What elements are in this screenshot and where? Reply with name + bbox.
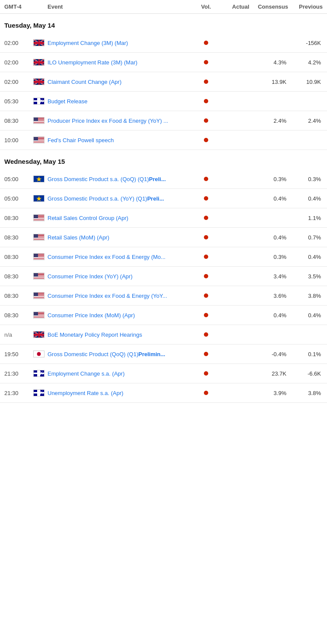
event-row[interactable]: 05:00Gross Domestic Product s.a. (YoY) (… [0,189,327,208]
event-flag [30,253,48,260]
flag-us-icon [33,292,44,299]
volatility-dot-icon [204,293,208,298]
volatility-dot-icon [204,274,208,278]
event-row[interactable]: 08:30Producer Price Index ex Food & Ener… [0,111,327,131]
event-name[interactable]: Gross Domestic Product (QoQ) (Q1)Prelimi… [48,351,197,357]
event-consensus: 13.9K [249,79,288,85]
event-time: 08:30 [4,273,30,280]
event-time: 21:30 [4,370,30,377]
event-consensus: 23.7K [249,370,288,377]
event-time: 08:30 [4,234,30,241]
event-previous: 3.8% [288,390,323,396]
flag-us-icon [33,273,44,280]
event-time: 10:00 [4,137,30,143]
event-previous: 0.1% [288,351,323,357]
event-name[interactable]: ILO Unemployment Rate (3M) (Mar) [48,59,197,66]
event-consensus: 0.3% [249,254,288,260]
event-name[interactable]: BoE Monetary Policy Report Hearings [48,332,197,338]
event-name[interactable]: Gross Domestic Product s.a. (QoQ) (Q1)Pr… [48,176,197,182]
flag-us-icon [33,137,44,143]
event-row[interactable]: 02:00ILO Unemployment Rate (3M) (Mar)4.3… [0,53,327,72]
event-name[interactable]: Retail Sales Control Group (Apr) [48,215,197,221]
event-row[interactable]: 05:00Gross Domestic Product s.a. (QoQ) (… [0,169,327,189]
event-flag [30,59,48,66]
event-name[interactable]: Unemployment Rate s.a. (Apr) [48,390,197,396]
header-previous: Previous [288,3,323,10]
volatility-dot-icon [204,332,208,337]
event-flag [30,389,48,396]
event-flag [30,234,48,241]
event-time: 08:30 [4,215,30,221]
event-consensus: 3.9% [249,390,288,396]
event-row[interactable]: 10:00Fed's Chair Powell speech [0,131,327,150]
event-consensus: -0.4% [249,351,288,357]
event-flag [30,273,48,280]
event-time: 02:00 [4,59,30,66]
event-name[interactable]: Consumer Price Index (YoY) (Apr) [48,273,197,280]
flag-us-icon [33,253,44,260]
flag-us-icon [33,312,44,319]
header-vol: Vol. [197,3,215,10]
event-consensus: 0.4% [249,234,288,241]
event-vol [197,41,215,45]
event-row[interactable]: 08:30Consumer Price Index (YoY) (Apr)3.4… [0,267,327,286]
volatility-dot-icon [204,235,208,239]
event-consensus: 0.4% [249,312,288,319]
volatility-dot-icon [204,352,208,356]
event-row[interactable]: 08:30Retail Sales Control Group (Apr)1.1… [0,208,327,228]
header-row: GMT-4 Event Vol. Actual Consensus Previo… [0,0,327,14]
event-previous: 0.4% [288,195,323,202]
flag-au-icon [33,370,44,377]
volatility-dot-icon [204,177,208,181]
event-vol [197,274,215,278]
event-flag [30,370,48,377]
volatility-dot-icon [204,313,208,317]
event-previous: 0.7% [288,234,323,241]
flag-eu-icon [33,175,44,182]
event-row[interactable]: 08:30Consumer Price Index (MoM) (Apr)0.4… [0,306,327,325]
event-name[interactable]: Retail Sales (MoM) (Apr) [48,234,197,241]
event-time: 08:30 [4,254,30,260]
flag-uk-icon [33,331,44,338]
event-name[interactable]: Employment Change s.a. (Apr) [48,370,197,377]
event-name[interactable]: Consumer Price Index (MoM) (Apr) [48,312,197,319]
event-previous: 0.4% [288,312,323,319]
event-row[interactable]: 08:30Consumer Price Index ex Food & Ener… [0,286,327,306]
event-row[interactable]: 02:00Claimant Count Change (Apr)13.9K10.… [0,72,327,92]
event-row[interactable]: 19:50Gross Domestic Product (QoQ) (Q1)Pr… [0,344,327,364]
volatility-dot-icon [204,371,208,376]
event-time: 19:50 [4,351,30,357]
event-name[interactable]: Gross Domestic Product s.a. (YoY) (Q1)Pr… [48,195,197,202]
event-flag [30,312,48,319]
flag-uk-icon [33,78,44,85]
event-name[interactable]: Claimant Count Change (Apr) [48,79,197,85]
event-consensus: 3.6% [249,293,288,299]
event-previous: 1.1% [288,215,323,221]
flag-us-icon [33,117,44,124]
event-flag [30,117,48,124]
event-name[interactable]: Budget Release [48,98,197,105]
event-row[interactable]: n/aBoE Monetary Policy Report Hearings [0,325,327,344]
event-row[interactable]: 05:30Budget Release [0,92,327,111]
event-row[interactable]: 21:30Unemployment Rate s.a. (Apr)3.9%3.8… [0,383,327,403]
event-name[interactable]: Fed's Chair Powell speech [48,137,197,143]
event-flag [30,137,48,143]
event-name[interactable]: Producer Price Index ex Food & Energy (Y… [48,118,197,124]
flag-au-icon [33,98,44,105]
flag-us-icon [33,234,44,241]
event-row[interactable]: 08:30Retail Sales (MoM) (Apr)0.4%0.7% [0,228,327,247]
event-time: 05:00 [4,195,30,202]
event-row[interactable]: 08:30Consumer Price Index ex Food & Ener… [0,247,327,267]
flag-jp-icon [33,351,44,357]
event-vol [197,118,215,123]
flag-uk-icon [33,39,44,46]
event-time: n/a [4,332,30,338]
event-name[interactable]: Consumer Price Index ex Food & Energy (M… [48,254,197,260]
event-row[interactable]: 02:00Employment Change (3M) (Mar)-156K [0,33,327,53]
volatility-dot-icon [204,196,208,201]
event-name[interactable]: Consumer Price Index ex Food & Energy (Y… [48,293,197,299]
event-previous: 4.2% [288,59,323,66]
event-row[interactable]: 21:30Employment Change s.a. (Apr)23.7K-6… [0,364,327,383]
event-name[interactable]: Employment Change (3M) (Mar) [48,40,197,46]
event-time: 02:00 [4,79,30,85]
